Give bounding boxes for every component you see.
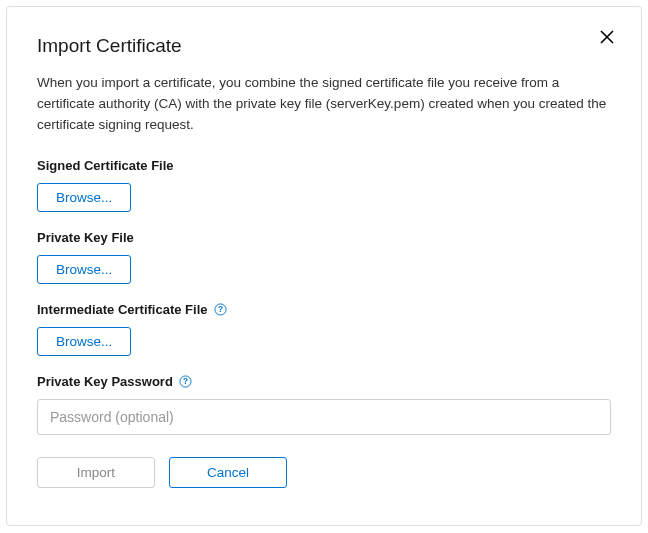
dialog-actions: Import Cancel	[37, 457, 611, 488]
import-button[interactable]: Import	[37, 457, 155, 488]
signed-certificate-field: Signed Certificate File Browse...	[37, 158, 611, 212]
svg-text:?: ?	[217, 304, 222, 314]
close-button[interactable]	[597, 29, 617, 49]
private-key-password-field: Private Key Password ?	[37, 374, 611, 435]
private-key-field: Private Key File Browse...	[37, 230, 611, 284]
signed-certificate-label: Signed Certificate File	[37, 158, 611, 173]
private-key-password-label: Private Key Password ?	[37, 374, 611, 389]
close-icon	[600, 30, 614, 48]
private-key-password-input[interactable]	[37, 399, 611, 435]
intermediate-certificate-browse-button[interactable]: Browse...	[37, 327, 131, 356]
private-key-label: Private Key File	[37, 230, 611, 245]
private-key-browse-button[interactable]: Browse...	[37, 255, 131, 284]
intermediate-certificate-field: Intermediate Certificate File ? Browse..…	[37, 302, 611, 356]
dialog-title: Import Certificate	[37, 35, 611, 57]
help-icon[interactable]: ?	[179, 375, 192, 388]
import-certificate-dialog: Import Certificate When you import a cer…	[6, 6, 642, 526]
dialog-description: When you import a certificate, you combi…	[37, 73, 611, 136]
intermediate-certificate-label-text: Intermediate Certificate File	[37, 302, 208, 317]
private-key-password-label-text: Private Key Password	[37, 374, 173, 389]
cancel-button[interactable]: Cancel	[169, 457, 287, 488]
svg-text:?: ?	[183, 376, 188, 386]
help-icon[interactable]: ?	[214, 303, 227, 316]
intermediate-certificate-label: Intermediate Certificate File ?	[37, 302, 611, 317]
signed-certificate-browse-button[interactable]: Browse...	[37, 183, 131, 212]
